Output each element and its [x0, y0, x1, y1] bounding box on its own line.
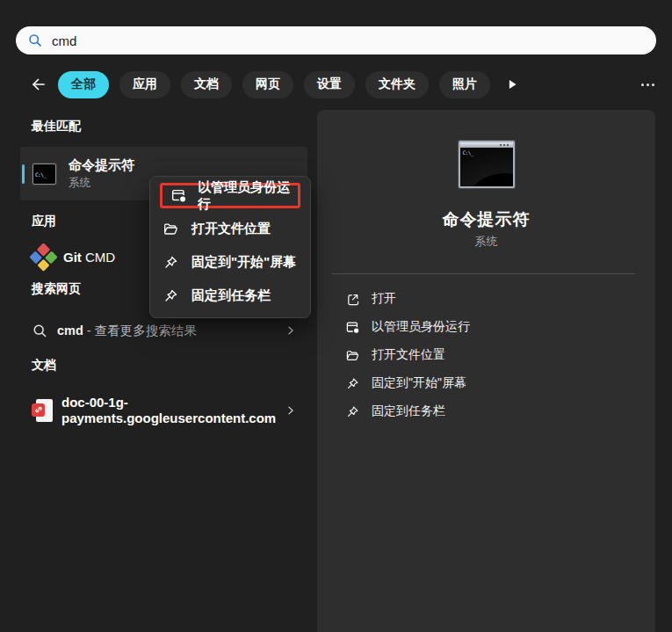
section-header-apps: 应用: [32, 214, 56, 229]
action-pin-to-taskbar[interactable]: 固定到任务栏: [317, 397, 655, 425]
action-label: 固定到"开始"屏幕: [372, 375, 466, 391]
action-open-file-location[interactable]: 打开文件位置: [317, 341, 655, 369]
run-as-admin-icon: [170, 187, 187, 204]
web-result-label: cmd - 查看更多搜索结果: [57, 323, 197, 339]
document-result-label: doc-00-1g- payments.googleusercontent.co…: [61, 395, 276, 426]
menu-item-label: 固定到任务栏: [191, 287, 271, 304]
filter-tab-documents[interactable]: 文档: [181, 71, 232, 98]
action-open[interactable]: 打开: [317, 285, 655, 313]
menu-item-label: 固定到"开始"屏幕: [191, 254, 296, 271]
more-filters-icon[interactable]: [504, 76, 520, 92]
preview-title: 命令提示符: [317, 208, 655, 231]
folder-icon: [163, 221, 179, 237]
action-label: 打开文件位置: [372, 347, 445, 363]
cmd-app-icon-large: C:\_: [459, 141, 515, 188]
options-menu-button[interactable]: [638, 78, 658, 91]
menu-item-pin-to-taskbar[interactable]: 固定到任务栏: [150, 279, 310, 312]
menu-item-pin-to-start[interactable]: 固定到"开始"屏幕: [150, 245, 310, 279]
app-result-label: Git CMD: [63, 250, 115, 265]
section-header-web: 搜索网页: [32, 281, 81, 297]
pin-icon: [163, 287, 179, 304]
action-pin-to-start[interactable]: 固定到"开始"屏幕: [317, 369, 655, 397]
filter-tab-all[interactable]: 全部: [58, 71, 109, 98]
selection-accent-bar: [22, 164, 25, 184]
result-title: 命令提示符: [69, 156, 134, 173]
filter-tab-apps[interactable]: 应用: [119, 71, 170, 98]
chevron-right-icon[interactable]: [285, 324, 297, 337]
section-header-documents: 文档: [32, 358, 56, 374]
result-subtitle: 系统: [69, 176, 134, 191]
section-header-best-match: 最佳匹配: [32, 119, 81, 134]
context-menu: 以管理员身份运行 打开文件位置 固定到"开始"屏幕 固定到任务栏: [149, 176, 311, 318]
search-icon: [32, 323, 48, 339]
menu-item-label: 以管理员身份运行: [198, 179, 290, 213]
action-label: 以管理员身份运行: [372, 319, 470, 335]
menu-item-run-as-admin[interactable]: 以管理员身份运行: [160, 183, 300, 208]
back-button[interactable]: [28, 75, 47, 94]
pin-icon: [345, 376, 360, 391]
action-run-as-admin[interactable]: 以管理员身份运行: [317, 313, 655, 341]
web-search-result[interactable]: cmd - 查看更多搜索结果: [20, 314, 307, 347]
filter-tab-folders[interactable]: 文件夹: [365, 71, 429, 98]
preview-subtitle: 系统: [317, 234, 655, 250]
folder-icon: [345, 348, 360, 363]
divider: [331, 273, 635, 274]
run-as-admin-icon: [345, 320, 360, 335]
cmd-app-icon: C:\_: [33, 163, 56, 185]
preview-panel: C:\_ 命令提示符 系统 打开 以管理员身份运行: [317, 110, 655, 632]
document-link-icon: [32, 398, 54, 424]
chevron-right-icon[interactable]: [285, 404, 297, 417]
git-cmd-icon: [32, 245, 55, 269]
preview-actions: 打开 以管理员身份运行 打开文件位置: [317, 285, 655, 425]
pin-icon: [163, 254, 179, 271]
search-icon: [27, 33, 43, 48]
pin-icon: [345, 404, 360, 419]
filter-tab-photos[interactable]: 照片: [439, 71, 490, 98]
search-input[interactable]: [52, 33, 649, 48]
action-label: 固定到任务栏: [372, 403, 445, 419]
filter-tab-web[interactable]: 网页: [242, 71, 293, 98]
menu-item-open-file-location[interactable]: 打开文件位置: [150, 212, 310, 245]
filter-tab-settings[interactable]: 设置: [304, 71, 355, 98]
action-label: 打开: [372, 291, 396, 307]
filter-row: 全部 应用 文档 网页 设置 文件夹 照片: [28, 70, 658, 98]
open-icon: [345, 292, 360, 307]
document-result[interactable]: doc-00-1g- payments.googleusercontent.co…: [20, 385, 307, 436]
search-bar[interactable]: [16, 26, 656, 54]
menu-item-label: 打开文件位置: [191, 221, 271, 237]
